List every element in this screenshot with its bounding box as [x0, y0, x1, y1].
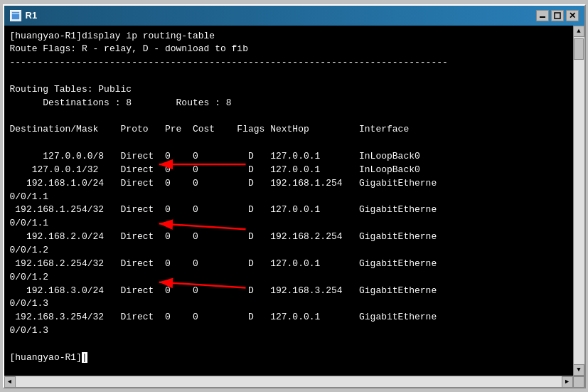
scroll-track-vertical: [574, 37, 584, 364]
scroll-left-button[interactable]: ◄: [4, 376, 16, 388]
minimize-button[interactable]: [536, 10, 549, 21]
terminal-window: R1 ✕: [3, 4, 586, 388]
title-bar-left: R1: [10, 10, 38, 21]
title-bar: R1 ✕: [4, 6, 584, 26]
scroll-thumb-vertical[interactable]: [574, 38, 584, 60]
vertical-scrollbar[interactable]: ▲ ▼: [573, 26, 584, 376]
maximize-button[interactable]: [551, 10, 564, 21]
terminal-area[interactable]: [huangyao-R1]display ip routing-table Ro…: [4, 26, 573, 376]
svg-rect-0: [11, 11, 20, 20]
window-icon: [10, 10, 21, 21]
terminal-content: [huangyao-R1]display ip routing-table Ro…: [10, 30, 567, 371]
scroll-up-button[interactable]: ▲: [573, 26, 584, 37]
scroll-down-button[interactable]: ▼: [573, 364, 584, 376]
scroll-track-horizontal: [16, 376, 562, 387]
window-controls: ✕: [536, 10, 579, 21]
scroll-right-button[interactable]: ►: [562, 376, 573, 388]
scrollbar-corner: [573, 376, 584, 388]
window-title: R1: [26, 10, 38, 21]
svg-rect-3: [555, 13, 560, 18]
close-button[interactable]: ✕: [566, 10, 579, 21]
terminal-bottom: ◄ ►: [4, 376, 584, 387]
terminal-text: [huangyao-R1]display ip routing-table Ro…: [10, 30, 567, 365]
